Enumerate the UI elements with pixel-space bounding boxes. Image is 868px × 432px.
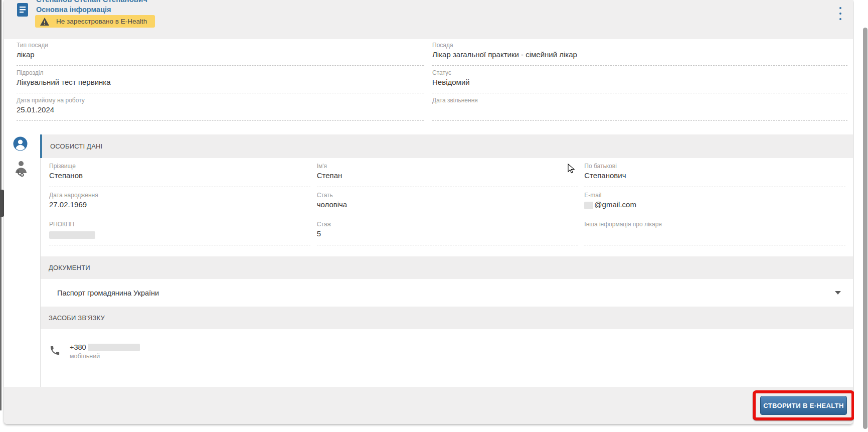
phone-type-label: мобільний [70, 353, 140, 360]
field-status[interactable]: Статус Невідомий [432, 66, 847, 93]
document-icon [17, 3, 29, 19]
doctor-icon[interactable] [14, 161, 28, 179]
field-position-type[interactable]: Тип посади лікар [17, 38, 424, 66]
card-footer: СТВОРИТИ В E-HEALTH [4, 387, 853, 424]
field-other-info[interactable]: Інша інформація про лікаря [584, 216, 845, 245]
section-header-personal: ОСОБИСТІ ДАНІ [40, 134, 853, 158]
position-info-form: Тип посади лікар Посада Лікар загальної … [17, 38, 847, 121]
personal-data-form: Прізвище Степанов Ім'я Степан По батьков… [41, 158, 853, 245]
page-scrollbar-thumb[interactable] [863, 28, 867, 429]
field-hire-date[interactable]: Дата прийому на роботу 25.01.2024 [17, 93, 424, 121]
field-dismissal-date[interactable]: Дата звільнення [432, 93, 847, 121]
profile-sections: ОСОБИСТІ ДАНІ Прізвище Степанов Ім'я Сте… [40, 134, 853, 387]
field-middle-name[interactable]: По батькові Степанович [584, 158, 845, 187]
doctor-profile-card: Степанов Степан Степанович Основна інфор… [4, 0, 853, 424]
page-title: Основна інформація [36, 5, 147, 15]
field-last-name[interactable]: Прізвище Степанов [49, 158, 310, 187]
kebab-menu-icon[interactable] [836, 7, 845, 20]
left-panel-scroll-handle[interactable] [0, 190, 4, 217]
contact-item-phone[interactable]: +380 мобільний [41, 329, 853, 360]
chevron-down-icon[interactable] [835, 291, 841, 295]
field-email[interactable]: E-mail @gmail.com [584, 187, 845, 216]
ehealth-status-badge: Не зареєстровано в E-Health [35, 15, 155, 28]
page-scrollbar-track[interactable] [854, 0, 868, 432]
phone-icon [49, 345, 61, 358]
doctor-full-name: Степанов Степан Степанович [36, 0, 147, 5]
phone-number: +380 [70, 343, 86, 351]
warning-icon [40, 17, 50, 26]
field-position[interactable]: Посада Лікар загальної практики - сімейн… [432, 38, 847, 66]
person-circle-icon[interactable] [13, 136, 28, 153]
redacted-value [584, 202, 593, 209]
field-first-name[interactable]: Ім'я Степан [317, 158, 578, 187]
annotation-highlight: СТВОРИТИ В E-HEALTH [753, 390, 854, 420]
field-tax-id[interactable]: РНОКПП [49, 216, 310, 245]
badge-label: Не зареєстровано в E-Health [56, 18, 147, 25]
field-gender[interactable]: Стать чоловіча [317, 187, 578, 216]
section-header-contacts: ЗАСОБИ ЗВ'ЯЗКУ [41, 307, 853, 329]
redacted-value [49, 231, 95, 239]
document-accordion-passport[interactable]: Паспорт громадянина України [41, 279, 853, 307]
redacted-value [88, 344, 140, 351]
field-birth-date[interactable]: Дата народження 27.02.1969 [49, 187, 310, 216]
profile-header: Степанов Степан Степанович Основна інфор… [4, 0, 853, 39]
section-header-documents: ДОКУМЕНТИ [41, 256, 853, 279]
field-experience[interactable]: Стаж 5 [317, 216, 578, 245]
create-in-ehealth-button[interactable]: СТВОРИТИ В E-HEALTH [760, 396, 847, 415]
field-department[interactable]: Підрозділ Лікувальний тест первинка [17, 66, 424, 93]
